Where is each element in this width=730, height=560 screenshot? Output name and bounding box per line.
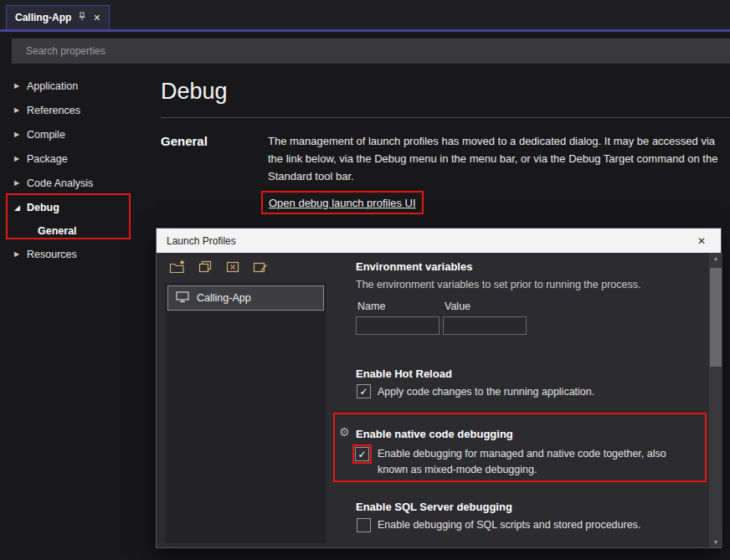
check-icon: ✓ xyxy=(357,450,366,460)
hot-reload-checkbox[interactable]: ✓ xyxy=(357,384,371,398)
native-debugging-checkbox[interactable]: ✓ xyxy=(355,447,369,461)
hot-reload-checkbox-label: Apply code changes to the running applic… xyxy=(378,386,594,398)
profiles-toolbar xyxy=(168,259,270,275)
sidebar-item-code-analysis[interactable]: ▶ Code Analysis xyxy=(0,171,151,195)
hot-reload-heading: Enable Hot Reload xyxy=(356,367,452,380)
env-name-input[interactable] xyxy=(356,316,440,335)
active-tab-accent-line xyxy=(0,29,730,32)
profile-item-calling-app[interactable]: Calling-App xyxy=(167,285,324,311)
sidebar-item-resources[interactable]: ▶ Resources xyxy=(0,242,151,266)
chevron-right-icon[interactable]: ▶ xyxy=(14,250,27,258)
sidebar-item-compile[interactable]: ▶ Compile xyxy=(0,122,151,146)
scroll-down-icon[interactable]: ▼ xyxy=(709,539,722,545)
dialog-title-bar: Launch Profiles ✕ xyxy=(157,229,721,253)
profile-item-label: Calling-App xyxy=(197,292,251,304)
scroll-up-icon[interactable]: ▲ xyxy=(709,255,722,261)
duplicate-profile-icon[interactable] xyxy=(196,259,214,275)
chevron-right-icon[interactable]: ▶ xyxy=(14,82,27,90)
env-value-input[interactable] xyxy=(443,316,527,335)
environment-variables-description: The environment variables to set prior t… xyxy=(356,279,640,290)
title-divider xyxy=(161,117,730,118)
tab-close-icon[interactable]: ✕ xyxy=(93,13,100,23)
sidebar-item-debug[interactable]: ◢ Debug xyxy=(0,195,151,219)
sidebar-item-references[interactable]: ▶ References xyxy=(0,98,151,122)
tab-title: Calling-App xyxy=(15,12,71,23)
sidebar-item-application[interactable]: ▶ Application xyxy=(0,74,151,98)
dialog-body: Calling-App Environment variables The en… xyxy=(157,253,721,547)
dialog-title: Launch Profiles xyxy=(167,235,236,247)
document-tab-bar: Calling-App ✕ xyxy=(0,0,730,29)
environment-variables-heading: Environment variables xyxy=(356,260,472,273)
launch-profiles-dialog: Launch Profiles ✕ xyxy=(156,228,722,548)
delete-profile-icon[interactable] xyxy=(224,259,242,275)
highlight-box-link: Open debug launch profiles UI xyxy=(261,191,424,214)
chevron-right-icon[interactable]: ▶ xyxy=(14,106,27,114)
chevron-right-icon[interactable]: ▶ xyxy=(14,179,27,187)
native-debugging-checkbox-label: Enable debugging for managed and native … xyxy=(378,446,697,478)
chevron-right-icon[interactable]: ▶ xyxy=(14,131,27,138)
sidebar-item-debug-general[interactable]: General xyxy=(0,219,151,242)
rename-profile-icon[interactable] xyxy=(251,259,270,275)
chevron-expanded-icon[interactable]: ◢ xyxy=(14,203,27,212)
open-launch-profiles-link[interactable]: Open debug launch profiles UI xyxy=(269,197,416,209)
highlight-box-native-checkbox: ✓ xyxy=(352,444,372,464)
tab-calling-app[interactable]: Calling-App ✕ xyxy=(6,5,110,29)
sql-debugging-heading: Enable SQL Server debugging xyxy=(356,501,512,513)
new-profile-icon[interactable] xyxy=(168,259,187,275)
launch-profiles-description: The management of launch profiles has mo… xyxy=(268,132,728,185)
scrollbar-thumb[interactable] xyxy=(710,268,722,367)
profile-list: Calling-App xyxy=(165,283,326,543)
env-value-column-label: Value xyxy=(445,301,470,312)
sql-debugging-checkbox-label: Enable debugging of SQL scripts and stor… xyxy=(378,519,640,531)
sql-debugging-checkbox[interactable] xyxy=(357,518,371,532)
pin-icon[interactable] xyxy=(78,12,86,23)
sidebar-item-package[interactable]: ▶ Package xyxy=(0,146,151,171)
chevron-right-icon[interactable]: ▶ xyxy=(14,155,27,162)
dialog-close-icon[interactable]: ✕ xyxy=(692,234,711,249)
monitor-icon xyxy=(176,291,189,306)
app-window: Calling-App ✕ ▶ Application ▶ References… xyxy=(0,0,730,560)
native-debugging-heading: Enable native code debugging xyxy=(356,428,513,440)
check-icon: ✓ xyxy=(359,387,368,397)
property-pages-sidebar: ▶ Application ▶ References ▶ Compile ▶ P… xyxy=(0,74,151,266)
page-title: Debug xyxy=(161,79,228,105)
dialog-scrollbar[interactable]: ▲ ▼ xyxy=(709,253,722,547)
env-name-column-label: Name xyxy=(357,301,385,312)
search-properties-input[interactable] xyxy=(12,39,730,64)
general-section-heading: General xyxy=(161,134,208,148)
gear-icon: ⚙ xyxy=(339,425,350,439)
